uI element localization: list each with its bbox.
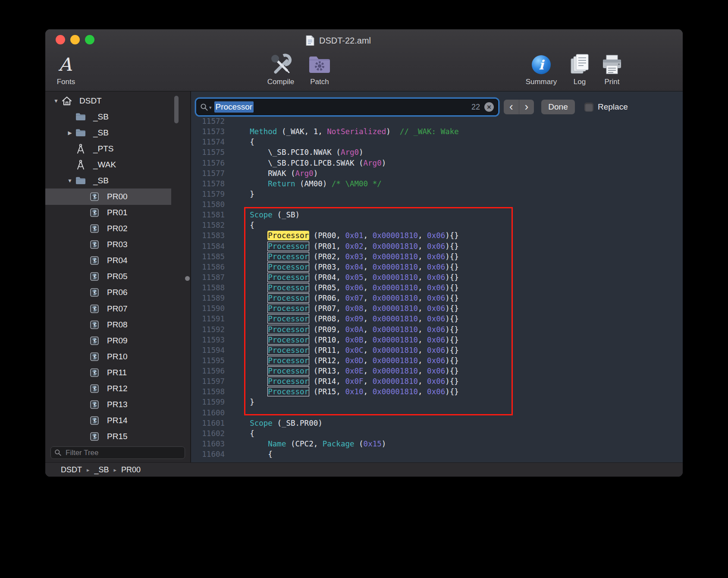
code-line: 11596 Processor (PR13, 0x0E, 0x00001810,… bbox=[191, 366, 683, 376]
sidebar-item-sb-2[interactable]: ▶_SB bbox=[45, 125, 171, 141]
tree-item-label: _SB bbox=[93, 176, 109, 185]
sidebar: ▼DSDT_SB▶_SB_PTS_WAK▼_SBPR00PR01PR02PR03… bbox=[45, 91, 191, 462]
sidebar-item-pr03-9[interactable]: PR03 bbox=[45, 237, 171, 253]
code-line: 11588 Processor (PR05, 0x06, 0x00001810,… bbox=[191, 283, 683, 293]
search-input[interactable]: ▾ Processor 22 ✕ bbox=[196, 99, 498, 115]
sidebar-item-pr04-10[interactable]: PR04 bbox=[45, 253, 171, 269]
summary-label: Summary bbox=[526, 78, 557, 86]
sidebar-item-pr12-18[interactable]: PR12 bbox=[45, 380, 171, 396]
line-number: 11604 bbox=[191, 449, 225, 459]
disclosure-down-icon[interactable]: ▼ bbox=[51, 98, 61, 104]
sidebar-item-wak-4[interactable]: _WAK bbox=[45, 157, 171, 173]
line-number: 11575 bbox=[191, 147, 225, 157]
line-number: 11585 bbox=[191, 251, 225, 262]
sidebar-item-sb-1[interactable]: _SB bbox=[45, 109, 171, 125]
sidebar-item-pr10-16[interactable]: PR10 bbox=[45, 349, 171, 364]
done-button[interactable]: Done bbox=[541, 100, 575, 114]
line-number: 11589 bbox=[191, 293, 225, 303]
tree-item-label: PR11 bbox=[107, 368, 127, 377]
code-area[interactable]: 1157211573 Method (_WAK, 1, NotSerialize… bbox=[191, 116, 683, 462]
summary-button[interactable]: i Summary bbox=[521, 52, 562, 86]
code-line: 11601 Scope (_SB.PR00) bbox=[191, 418, 683, 428]
window-title: DSDT-22.aml bbox=[319, 36, 371, 46]
tree-item-label: PR15 bbox=[107, 432, 128, 441]
toolbar: A Fonts Compile bbox=[45, 51, 683, 91]
line-number: 11574 bbox=[191, 137, 225, 147]
line-code: Processor (PR00, 0x01, 0x00001810, 0x06)… bbox=[232, 230, 459, 241]
tree-item-label: PR06 bbox=[107, 288, 128, 297]
next-match-button[interactable]: › bbox=[519, 100, 534, 114]
tree-item-label: _WAK bbox=[93, 160, 116, 170]
processor-icon bbox=[89, 287, 100, 298]
sidebar-item-pts-3[interactable]: _PTS bbox=[45, 141, 171, 157]
breadcrumb-item[interactable]: _SB bbox=[94, 465, 109, 474]
line-code: Processor (PR12, 0x0D, 0x00001810, 0x06)… bbox=[232, 355, 459, 366]
sidebar-item-pr15-21[interactable]: PR15 bbox=[45, 429, 171, 445]
line-code: Processor (PR05, 0x06, 0x00001810, 0x06)… bbox=[232, 283, 459, 293]
sidebar-item-pr02-8[interactable]: PR02 bbox=[45, 221, 171, 237]
code-line: 11602 { bbox=[191, 428, 683, 439]
breadcrumb-item[interactable]: PR00 bbox=[121, 465, 141, 474]
disclosure-down-icon[interactable]: ▼ bbox=[65, 178, 75, 184]
replace-checkbox[interactable] bbox=[585, 103, 593, 111]
search-match: Processor bbox=[268, 273, 309, 282]
sidebar-item-pr14-20[interactable]: PR14 bbox=[45, 413, 171, 429]
tree-item-label: _SB bbox=[93, 128, 109, 138]
titlebar[interactable]: DSDT-22.aml bbox=[45, 29, 683, 51]
line-code: } bbox=[232, 189, 254, 199]
sidebar-item-pr07-13[interactable]: PR07 bbox=[45, 301, 171, 317]
previous-match-button[interactable]: ‹ bbox=[504, 100, 519, 114]
sidebar-item-pr08-14[interactable]: PR08 bbox=[45, 317, 171, 333]
search-match: Processor bbox=[268, 283, 309, 292]
sidebar-item-sb-5[interactable]: ▼_SB bbox=[45, 173, 171, 188]
log-button[interactable]: Log bbox=[565, 52, 594, 86]
line-number: 11578 bbox=[191, 179, 225, 189]
sidebar-scrollbar-thumb[interactable] bbox=[174, 96, 179, 123]
processor-icon bbox=[89, 239, 100, 250]
pane-splitter-handle[interactable] bbox=[185, 276, 190, 281]
processor-icon bbox=[89, 207, 100, 218]
line-code: Processor (PR14, 0x0F, 0x00001810, 0x06)… bbox=[232, 376, 459, 386]
sidebar-item-pr01-7[interactable]: PR01 bbox=[45, 205, 171, 221]
tree-item-label: PR05 bbox=[107, 272, 128, 281]
compile-button[interactable]: Compile bbox=[260, 52, 301, 86]
breadcrumb-item[interactable]: DSDT bbox=[61, 465, 82, 474]
sidebar-item-pr05-11[interactable]: PR05 bbox=[45, 269, 171, 285]
tree-item-label: PR09 bbox=[107, 336, 128, 346]
line-code: { bbox=[232, 449, 273, 459]
line-number: 11600 bbox=[191, 408, 225, 418]
line-code: Return (AM00) /* \AM00 */ bbox=[232, 179, 382, 189]
search-options-chevron-icon[interactable]: ▾ bbox=[209, 105, 212, 110]
code-line: 11591 Processor (PR08, 0x09, 0x00001810,… bbox=[191, 314, 683, 324]
code-line: 11598 Processor (PR15, 0x10, 0x00001810,… bbox=[191, 386, 683, 397]
fonts-button[interactable]: A Fonts bbox=[50, 52, 82, 86]
line-number: 11591 bbox=[191, 314, 225, 324]
breadcrumb: DSDT▸_SB▸PR00 bbox=[45, 462, 683, 477]
line-code: } bbox=[232, 397, 254, 407]
patch-button[interactable]: Patch bbox=[303, 52, 336, 86]
search-match: Processor bbox=[268, 263, 309, 271]
processor-icon bbox=[89, 271, 100, 282]
sidebar-item-dsdt-0[interactable]: ▼DSDT bbox=[45, 93, 171, 109]
tree-item-label: PR04 bbox=[107, 256, 128, 265]
sidebar-item-pr11-17[interactable]: PR11 bbox=[45, 364, 171, 380]
line-number: 11596 bbox=[191, 366, 225, 376]
search-icon[interactable] bbox=[200, 103, 208, 111]
sidebar-tree: ▼DSDT_SB▶_SB_PTS_WAK▼_SBPR00PR01PR02PR03… bbox=[45, 93, 171, 445]
clear-search-icon[interactable]: ✕ bbox=[484, 102, 494, 112]
filter-input[interactable] bbox=[65, 448, 181, 458]
print-button[interactable]: Print bbox=[596, 52, 628, 86]
filter-field[interactable] bbox=[50, 446, 185, 459]
filter-area bbox=[45, 443, 190, 462]
line-number: 11598 bbox=[191, 386, 225, 397]
line-code: Processor (PR11, 0x0C, 0x00001810, 0x06)… bbox=[232, 345, 459, 355]
sidebar-item-pr13-19[interactable]: PR13 bbox=[45, 396, 171, 412]
sidebar-item-pr09-15[interactable]: PR09 bbox=[45, 333, 171, 349]
line-number: 11603 bbox=[191, 439, 225, 449]
line-code: \_SB.PCI0.LPCB.SWAK (Arg0) bbox=[232, 158, 386, 168]
disclosure-right-icon[interactable]: ▶ bbox=[65, 130, 75, 136]
sidebar-item-pr06-12[interactable]: PR06 bbox=[45, 285, 171, 301]
sidebar-item-pr00-6[interactable]: PR00 bbox=[45, 188, 171, 204]
code-line: 11573 Method (_WAK, 1, NotSerialized) //… bbox=[191, 126, 683, 137]
tree-item-label: PR03 bbox=[107, 240, 128, 249]
